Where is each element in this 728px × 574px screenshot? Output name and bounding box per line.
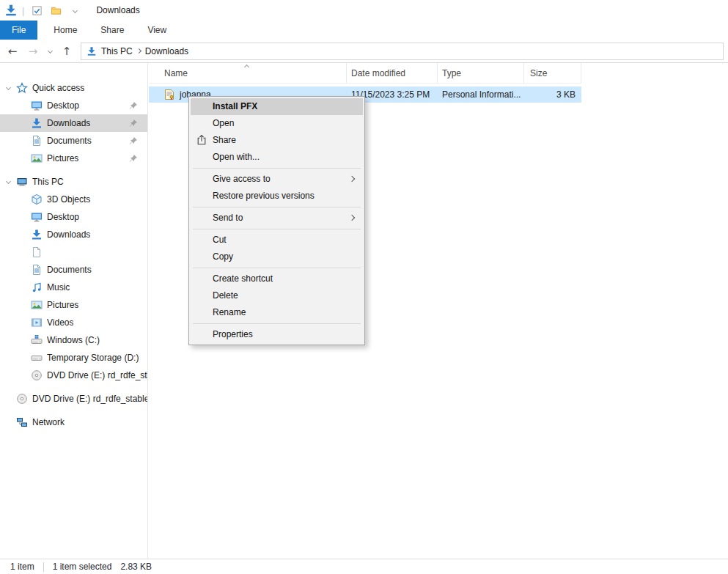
context-menu: Install PFX Open Share Open with... Give… <box>188 96 365 345</box>
sidebar-item-label: Documents <box>47 136 92 146</box>
file-type: Personal Informati... <box>438 89 524 100</box>
sidebar-item-label: Desktop <box>47 212 79 222</box>
selection-count: 1 item selected <box>53 562 112 572</box>
column-header-name[interactable]: Name <box>149 63 347 83</box>
column-label: Type <box>442 68 461 78</box>
column-label: Date modified <box>351 68 405 78</box>
sidebar-item-label: Downloads <box>47 229 90 240</box>
sidebar-item-documents[interactable]: Documents <box>0 261 147 279</box>
recent-locations-button[interactable] <box>44 42 56 61</box>
sidebar-item-label: Music <box>47 282 70 292</box>
sidebar-item-videos[interactable]: Videos <box>0 314 147 331</box>
pin-icon <box>128 136 139 146</box>
tab-view[interactable]: View <box>136 21 178 40</box>
chevron-right-icon <box>349 176 355 182</box>
column-headers: Name Date modified Type Size <box>149 63 581 84</box>
downloads-icon <box>31 229 43 240</box>
menu-item-install-pfx[interactable]: Install PFX <box>191 98 363 115</box>
documents-icon <box>31 264 43 276</box>
sidebar-item-dvd-drive-e-root[interactable]: DVD Drive (E:) rd_rdfe_stable.T <box>0 390 147 408</box>
music-icon <box>31 282 43 293</box>
menu-item-rename[interactable]: Rename <box>191 304 363 321</box>
drive-icon <box>31 352 43 364</box>
qat-folder-button[interactable] <box>48 2 64 18</box>
sidebar-item-3d-objects[interactable]: 3D Objects <box>0 191 147 208</box>
column-header-size[interactable]: Size <box>524 63 581 83</box>
star-icon <box>16 82 28 94</box>
titlebar: | Downloads <box>0 0 728 21</box>
videos-icon <box>31 317 43 328</box>
menu-item-create-shortcut[interactable]: Create shortcut <box>191 271 363 287</box>
menu-item-give-access-to[interactable]: Give access to <box>191 171 363 188</box>
sidebar-item-desktop-qa[interactable]: Desktop <box>0 97 147 114</box>
qat-check-button[interactable] <box>29 2 45 18</box>
sidebar-item-network[interactable]: Network <box>0 413 147 431</box>
breadcrumb-this-pc[interactable]: This PC <box>101 46 133 56</box>
menu-item-share[interactable]: Share <box>191 132 363 149</box>
desktop-icon <box>31 100 43 111</box>
check-icon <box>32 5 43 16</box>
sidebar-item-desktop[interactable]: Desktop <box>0 208 147 226</box>
breadcrumb-downloads[interactable]: Downloads <box>145 46 188 56</box>
chevron-down-icon <box>73 7 78 12</box>
sidebar-item-label: Desktop <box>47 100 79 111</box>
sidebar-item-pictures-qa[interactable]: Pictures <box>0 150 147 167</box>
menu-item-restore-previous-versions[interactable]: Restore previous versions <box>191 188 363 205</box>
app-downloads-icon <box>4 4 18 17</box>
sidebar-item-downloads[interactable]: Downloads <box>0 226 147 243</box>
pin-icon <box>128 153 139 163</box>
menu-item-copy[interactable]: Copy <box>191 249 363 265</box>
up-button[interactable]: ↑ <box>57 42 76 61</box>
sidebar-item-windows-c[interactable]: Windows (C:) <box>0 331 147 349</box>
menu-item-open-with[interactable]: Open with... <box>191 149 363 166</box>
sidebar-item-documents-qa[interactable]: Documents <box>0 132 147 150</box>
current-folder-icon <box>87 46 97 56</box>
this-pc-icon <box>16 176 28 188</box>
column-header-date-modified[interactable]: Date modified <box>347 63 438 83</box>
pictures-icon <box>31 152 43 164</box>
file-size: 3 KB <box>524 89 581 100</box>
sidebar-section-quick-access[interactable]: Quick access <box>0 79 147 97</box>
sidebar-item-music[interactable]: Music <box>0 279 147 296</box>
dvd-icon <box>31 369 43 381</box>
forward-button[interactable]: → <box>23 42 43 61</box>
chevron-down-icon[interactable] <box>6 85 11 90</box>
sidebar-item-label: DVD Drive (E:) rd_rdfe_stable <box>47 370 147 380</box>
tab-share[interactable]: Share <box>89 21 136 40</box>
chevron-down-icon[interactable] <box>6 179 11 184</box>
sidebar-section-label: Quick access <box>32 83 84 93</box>
back-button[interactable]: ← <box>3 42 22 61</box>
column-label: Name <box>164 68 188 78</box>
column-label: Size <box>530 68 547 78</box>
menu-item-label: Send to <box>213 213 243 223</box>
column-header-type[interactable]: Type <box>438 63 524 83</box>
item-count: 1 item <box>10 562 34 572</box>
sidebar-section-this-pc[interactable]: This PC <box>0 173 147 191</box>
menu-item-properties[interactable]: Properties <box>191 326 363 343</box>
menu-separator <box>193 268 361 268</box>
share-icon <box>196 134 207 146</box>
sidebar-item-dvd-drive-e[interactable]: DVD Drive (E:) rd_rdfe_stable <box>0 367 147 384</box>
sidebar-item-label: 3D Objects <box>47 194 90 205</box>
qat-separator: | <box>22 5 24 16</box>
menu-item-send-to[interactable]: Send to <box>191 210 363 227</box>
menu-item-delete[interactable]: Delete <box>191 287 363 304</box>
sidebar-item-pictures[interactable]: Pictures <box>0 296 147 314</box>
menu-item-cut[interactable]: Cut <box>191 232 363 249</box>
address-bar[interactable]: This PC Downloads <box>81 43 724 60</box>
desktop-icon <box>31 211 43 223</box>
sidebar-item-unnamed[interactable] <box>0 243 147 261</box>
menu-separator <box>193 207 361 207</box>
tab-home[interactable]: Home <box>42 21 89 40</box>
tab-file[interactable]: File <box>0 21 37 40</box>
chevron-down-icon <box>47 48 52 54</box>
sidebar-item-temporary-storage-d[interactable]: Temporary Storage (D:) <box>0 349 147 367</box>
menu-item-open[interactable]: Open <box>191 115 363 132</box>
sidebar-item-downloads-qa[interactable]: Downloads <box>0 114 147 132</box>
menu-separator <box>193 168 361 169</box>
folder-icon <box>51 5 62 16</box>
breadcrumb-chevron-icon[interactable] <box>136 48 141 54</box>
sort-ascending-icon <box>244 65 249 70</box>
documents-icon <box>31 135 43 147</box>
qat-customize-button[interactable] <box>67 2 83 18</box>
